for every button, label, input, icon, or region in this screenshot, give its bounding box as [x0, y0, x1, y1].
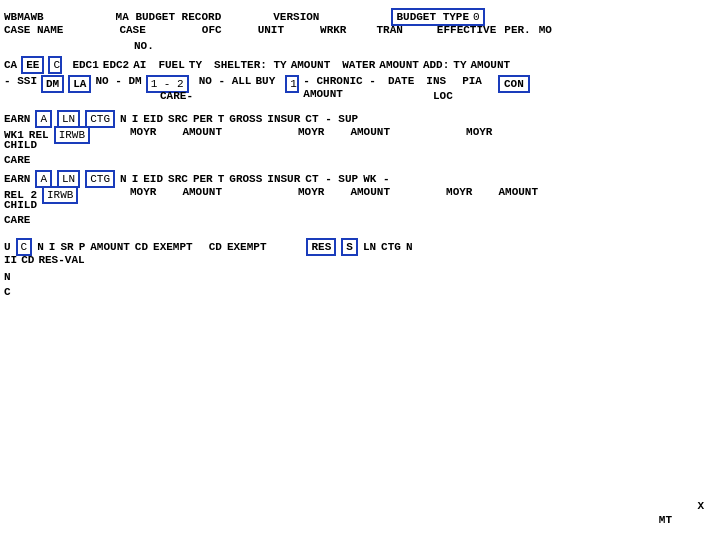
loc-label: LOC [433, 90, 453, 102]
ins-label: INS [426, 75, 446, 87]
n6-label: N [4, 270, 11, 285]
amount-label: AMOUNT [182, 126, 222, 138]
add-label: ADD: [423, 59, 449, 71]
childcare-row1: MOYR AMOUNT MOYR AMOUNT MOYR [130, 126, 492, 138]
unit-label: UNIT [258, 24, 284, 36]
care-loc-row: CARE- LOC [160, 90, 453, 102]
n3-label: N [37, 241, 44, 253]
ii-label: II [4, 254, 17, 266]
buy-label: BUY [255, 75, 275, 87]
per2-label: PER [193, 173, 213, 185]
child-care-1: CHILD CARE [4, 138, 37, 169]
i-label: I [132, 113, 139, 125]
date-label: DATE [388, 75, 414, 87]
t-label: T [218, 113, 225, 125]
insur-label: INSUR [267, 113, 300, 125]
sub-c-box: C [48, 56, 62, 74]
care-label-1: CARE [4, 153, 37, 168]
ca-label: CA [4, 59, 17, 71]
moyr3-label: MOYR [466, 126, 492, 138]
eid2-label: EID [143, 173, 163, 185]
amount2-label: AMOUNT [350, 126, 390, 138]
main-page: WBMAWB MA BUDGET RECORD VERSION BUDGET T… [0, 0, 720, 540]
src-label: SRC [168, 113, 188, 125]
n-label: N [120, 113, 127, 125]
i3-label: I [49, 241, 56, 253]
con-label: CON [498, 75, 530, 93]
mo-label: MO [539, 24, 552, 36]
chronic-label: - CHRONIC - [303, 75, 376, 88]
child-label-2: CHILD [4, 198, 37, 213]
res-val-label: RES-VAL [38, 254, 84, 266]
amount4-label: AMOUNT [182, 186, 222, 198]
cd3-label: CD [135, 241, 148, 253]
amount2-label: AMOUNT [379, 59, 419, 71]
ty-label2: TY [453, 59, 466, 71]
gross2-label: GROSS [229, 173, 262, 185]
x-label: X [697, 500, 704, 512]
ma-budget-label: MA BUDGET RECORD [116, 11, 222, 23]
ctg2-box: CTG [85, 170, 115, 188]
sr-label: SR [60, 241, 73, 253]
earn-label: EARN [4, 113, 30, 125]
case-no-label: NO. [134, 40, 154, 52]
edc2-label: EDC2 [103, 59, 129, 71]
n5-label: N [406, 241, 413, 253]
earn2-label: EARN [4, 173, 30, 185]
amount6-label: AMOUNT [498, 186, 538, 198]
wrkr-label: WRKR [320, 24, 346, 36]
amount7-label: AMOUNT [90, 241, 130, 253]
pia-label: PIA [462, 75, 482, 87]
moyr-label: MOYR [130, 126, 156, 138]
no-dm-label: NO - DM [95, 75, 141, 87]
care-label: CARE- [160, 90, 193, 102]
ct-sup2-label: CT - SUP [305, 173, 358, 185]
irwb-box: IRWB [54, 126, 90, 144]
ofc-label: OFC [202, 24, 222, 36]
effective-label: EFFECTIVE [437, 24, 496, 36]
shelter-ty-label: SHELTER: TY [214, 59, 287, 71]
version-label: VERSION [273, 11, 319, 23]
no-all-label: NO - ALL [199, 75, 252, 87]
ln5-label: LN [363, 241, 376, 253]
src2-label: SRC [168, 173, 188, 185]
exempt2-label: EXEMPT [227, 241, 267, 253]
res-box: RES [306, 238, 336, 256]
ssi-label: - SSI [4, 75, 37, 87]
u-label: U [4, 241, 11, 253]
ca-row: CA EE C EDC1 EDC2 AI FUEL TY SHELTER: TY… [4, 56, 510, 74]
cd4-label: CD [209, 241, 222, 253]
wk2-label: WK - [363, 173, 389, 185]
insur2-label: INSUR [267, 173, 300, 185]
child-care-2: CHILD CARE [4, 198, 37, 229]
wbma-label: WBMAWB [4, 11, 44, 23]
water-label: WATER [342, 59, 375, 71]
ty-label: TY [189, 59, 202, 71]
moyr4-label: MOYR [130, 186, 156, 198]
irwb2-box: IRWB [42, 186, 78, 204]
case-name-label: CASE NAME [4, 24, 63, 36]
cd5-label: CD [21, 254, 34, 266]
mt-label: MT [659, 514, 672, 526]
i2-label: I [132, 173, 139, 185]
care-label-2: CARE [4, 213, 37, 228]
exempt-label: EXEMPT [153, 241, 193, 253]
dm-box: DM [41, 75, 64, 93]
moyr2-label: MOYR [298, 126, 324, 138]
childcare-row2: MOYR AMOUNT MOYR AMOUNT MOYR AMOUNT [130, 186, 538, 198]
tran-label: TRAN [376, 24, 402, 36]
budget-type-value: 0 [473, 11, 480, 23]
c-label: C [4, 285, 11, 300]
moyr5-label: MOYR [298, 186, 324, 198]
ai-label: AI [133, 59, 146, 71]
amount3-label: AMOUNT [471, 59, 511, 71]
la-box: LA [68, 75, 91, 93]
amount-label: AMOUNT [291, 59, 331, 71]
child-label-1: CHILD [4, 138, 37, 153]
budget-type-label: BUDGET TYPE [396, 11, 469, 23]
moyr6-label: MOYR [446, 186, 472, 198]
ii-row: II CD RES-VAL [4, 254, 85, 266]
fuel-label: FUEL [158, 59, 184, 71]
header-row2: CASE NAME CASE OFC UNIT WRKR TRAN EFFECT… [4, 24, 552, 36]
t2-label: T [218, 173, 225, 185]
